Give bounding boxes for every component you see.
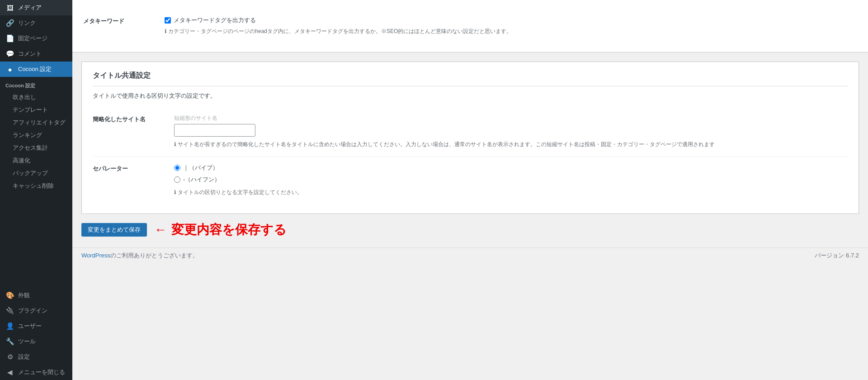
close-menu-icon: ◀: [5, 368, 14, 376]
cocoon-submenu-title: Cocoon 設定: [0, 77, 72, 91]
meta-keyword-control: メタキーワードタグを出力する ℹ カテゴリー・タグページのページのheadタグ内…: [165, 16, 857, 36]
meta-keyword-row: メタキーワード メタキーワードタグを出力する ℹ カテゴリー・タグページのページ…: [83, 9, 857, 43]
save-annotation: ← 変更内容を保存する: [154, 221, 287, 238]
separator-pipe-radio[interactable]: [174, 165, 180, 171]
sidebar-sub-blowout[interactable]: 吹き出し: [0, 91, 72, 104]
sidebar-item-fixed-page[interactable]: 📄 固定ページ: [0, 31, 72, 46]
separator-info: ℹ タイトルの区切りとなる文字を設定してください。: [174, 188, 848, 197]
separator-control: ｜（パイプ） -（ハイフン） ℹ タイトルの区切りとなる文字を設定してください。: [174, 164, 848, 197]
title-settings-panel: タイトル共通設定 タイトルで使用される区切り文字の設定です。 簡略化したサイト名…: [81, 62, 859, 214]
sidebar-sub-access[interactable]: アクセス集計: [0, 142, 72, 154]
site-name-row: 簡略化したサイト名 短縮形のサイト名 ℹ サイト名が長すぎるので簡略化したサイト…: [93, 107, 848, 157]
site-name-input[interactable]: [174, 124, 255, 137]
users-icon: 👤: [5, 322, 14, 330]
sidebar-sub-backup[interactable]: バックアップ: [0, 167, 72, 180]
separator-pipe-row: ｜（パイプ）: [174, 164, 848, 172]
sidebar-sub-template[interactable]: テンプレート: [0, 104, 72, 116]
save-area: 変更をまとめて保存 ← 変更内容を保存する: [72, 214, 868, 247]
arrow-icon: ←: [154, 223, 167, 237]
footer-bar: WordPressのご利用ありがとうございます。 バージョン 6.7.2: [72, 247, 868, 263]
separator-radio-group: ｜（パイプ） -（ハイフン）: [174, 164, 848, 184]
main-content: メタキーワード メタキーワードタグを出力する ℹ カテゴリー・タグページのページ…: [72, 0, 868, 380]
sidebar-item-cocoon-settings[interactable]: ● Cocoon 設定: [0, 62, 72, 77]
sidebar-sub-speedup[interactable]: 高速化: [0, 154, 72, 167]
save-button[interactable]: 変更をまとめて保存: [81, 223, 147, 237]
meta-keyword-panel: メタキーワード メタキーワードタグを出力する ℹ カテゴリー・タグページのページ…: [72, 0, 868, 52]
title-section-heading: タイトル共通設定: [93, 71, 848, 86]
site-name-control: 短縮形のサイト名 ℹ サイト名が長すぎるので簡略化したサイト名をタイトルに含めた…: [174, 114, 848, 149]
footer-thanks: WordPressのご利用ありがとうございます。: [81, 252, 198, 260]
comment-icon: 💬: [5, 50, 14, 58]
sidebar-item-comment[interactable]: 💬 コメント: [0, 46, 72, 62]
appearance-icon: 🎨: [5, 291, 14, 299]
meta-keyword-label: メタキーワード: [83, 16, 165, 25]
sidebar-item-tools[interactable]: 🔧 ツール: [0, 334, 72, 349]
sidebar-item-media[interactable]: 🖼 メディア: [0, 0, 72, 15]
link-icon: 🔗: [5, 19, 14, 27]
separator-hyphen-row: -（ハイフン）: [174, 176, 848, 184]
sidebar-sub-ranking[interactable]: ランキング: [0, 129, 72, 142]
version-text: バージョン 6.7.2: [815, 252, 859, 260]
sidebar: 🖼 メディア 🔗 リンク 📄 固定ページ 💬 コメント ● Cocoon 設定 …: [0, 0, 72, 380]
plugins-icon: 🔌: [5, 307, 14, 315]
site-name-label: 簡略化したサイト名: [93, 114, 174, 124]
cocoon-icon: ●: [5, 66, 14, 73]
sidebar-item-link[interactable]: 🔗 リンク: [0, 15, 72, 31]
sidebar-sub-cache[interactable]: キャッシュ削除: [0, 180, 72, 192]
meta-keyword-checkbox-row: メタキーワードタグを出力する: [165, 16, 857, 24]
separator-row: セパレーター ｜（パイプ） -（ハイフン） ℹ タ: [93, 157, 848, 204]
tools-icon: 🔧: [5, 337, 14, 346]
settings-icon: ⚙: [5, 353, 14, 361]
sidebar-item-users[interactable]: 👤 ユーザー: [0, 318, 72, 334]
media-icon: 🖼: [5, 4, 14, 12]
separator-label: セパレーター: [93, 164, 174, 173]
meta-keyword-checkbox[interactable]: [165, 17, 171, 24]
site-name-placeholder-text: 短縮形のサイト名: [174, 114, 848, 122]
site-name-info: ℹ サイト名が長すぎるので簡略化したサイト名をタイトルに含めたい場合は入力してく…: [174, 140, 848, 149]
sidebar-item-plugins[interactable]: 🔌 プラグイン: [0, 303, 72, 318]
meta-keyword-info: ℹ カテゴリー・タグページのページのheadタグ内に、メタキーワードタグを出力す…: [165, 27, 857, 36]
sidebar-item-appearance[interactable]: 🎨 外観: [0, 288, 72, 303]
sidebar-item-close-menu[interactable]: ◀ メニューを閉じる: [0, 365, 72, 380]
sidebar-sub-affiliate[interactable]: アフィリエイトタグ: [0, 116, 72, 129]
title-section-description: タイトルで使用される区切り文字の設定です。: [93, 92, 848, 100]
meta-keyword-checkbox-label[interactable]: メタキーワードタグを出力する: [174, 16, 256, 24]
separator-pipe-label[interactable]: ｜（パイプ）: [183, 164, 218, 172]
separator-hyphen-radio[interactable]: [174, 176, 180, 183]
sidebar-item-settings[interactable]: ⚙ 設定: [0, 349, 72, 365]
wordpress-link[interactable]: WordPress: [81, 252, 110, 259]
separator-hyphen-label[interactable]: -（ハイフン）: [183, 176, 220, 184]
fixed-page-icon: 📄: [5, 34, 14, 43]
